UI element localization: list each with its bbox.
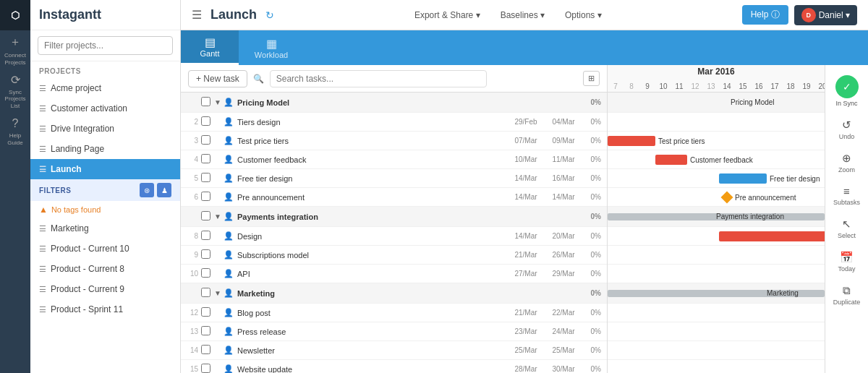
row-checkbox[interactable] [201, 211, 210, 220]
task-pct: 0% [582, 232, 604, 240]
row-number: 9 [184, 251, 201, 259]
person-icon: 👤 [223, 98, 234, 107]
help-label: Help ⓘ [751, 9, 780, 21]
zoom-tool[interactable]: ⊕ Zoom [828, 147, 866, 178]
group-toggle[interactable]: ▼ [213, 212, 223, 222]
tab-gantt[interactable]: ▤ Gantt [181, 30, 239, 65]
task-search-input[interactable] [270, 70, 487, 87]
list-icon: ☰ [39, 84, 46, 93]
row-checkbox-wrapper [201, 211, 213, 222]
sidebar-item-landing[interactable]: ☰ Landing Page [30, 139, 180, 159]
row-number: 14 [184, 346, 201, 354]
list-icon: ☰ [39, 124, 46, 134]
refresh-icon[interactable]: ↻ [265, 9, 274, 21]
sidebar-item-acme[interactable]: ☰ Acme project [30, 78, 180, 98]
group-toggle[interactable]: ▼ [213, 98, 223, 108]
row-checkbox[interactable] [201, 231, 210, 240]
task-start: 14/Mar [507, 193, 545, 201]
sidebar-item-product8[interactable]: ☰ Product - Current 8 [30, 259, 180, 279]
row-checkbox-wrapper [201, 135, 213, 146]
row-checkbox[interactable] [201, 364, 210, 373]
row-checkbox[interactable] [201, 116, 210, 126]
row-number: 12 [184, 309, 201, 317]
gantt-month-label: Mar 2016 [697, 67, 734, 77]
gantt-day: 12 [687, 82, 703, 90]
task-name: Marketing [234, 289, 507, 298]
no-tags-label: No tags found [51, 205, 101, 214]
sidebar-item-customer[interactable]: ☰ Customer activation [30, 98, 180, 119]
sync-projects-btn[interactable]: ⟳ SyncProjectsList [0, 71, 30, 111]
sidebar-item-sprint11[interactable]: ☰ Product - Sprint 11 [30, 299, 180, 320]
gantt-row: Customer feedback [608, 150, 825, 169]
task-name: API [234, 270, 507, 278]
row-checkbox[interactable] [201, 135, 210, 145]
filters-label: FILTERS [39, 186, 71, 194]
row-checkbox[interactable] [201, 307, 210, 317]
task-pct: 0% [582, 137, 604, 145]
person-icon: 👤 [223, 212, 234, 221]
task-list-panel: + New task 🔍 ⊞ ▼ 👤 Pricing Model 0% [181, 65, 608, 373]
sidebar-item-drive[interactable]: ☰ Drive Integration [30, 119, 180, 139]
table-row: 15 👤 Website update 28/Mar 30/Mar 0% [181, 360, 607, 373]
connect-projects-btn[interactable]: ＋ ConnectProjects [0, 30, 30, 71]
sidebar-item-label: Product - Sprint 11 [51, 304, 123, 314]
today-tool[interactable]: 📅 Today [828, 246, 866, 277]
table-row: 12 👤 Blog post 21/Mar 22/Mar 0% [181, 304, 607, 322]
task-start: 21/Mar [507, 251, 545, 259]
table-row: 9 👤 Subscriptions model 21/Mar 26/Mar 0% [181, 246, 607, 265]
user-menu-btn[interactable]: D Daniel ▾ [794, 5, 857, 25]
row-indent [213, 117, 223, 127]
table-row: 10 👤 API 27/Mar 29/Mar 0% [181, 265, 607, 283]
warning-icon: ▲ [39, 205, 48, 215]
row-checkbox-wrapper [201, 154, 213, 165]
row-checkbox[interactable] [201, 173, 210, 182]
undo-icon: ↺ [842, 119, 851, 132]
row-indent [213, 173, 223, 184]
undo-tool[interactable]: ↺ Undo [828, 114, 866, 145]
gantt-row-group: Pricing Model [608, 93, 825, 113]
row-number: 5 [184, 174, 201, 182]
row-checkbox[interactable] [201, 326, 210, 335]
help-guide-btn[interactable]: ? HelpGuide [0, 111, 30, 152]
duplicate-tool[interactable]: ⧉ Duplicate [828, 280, 866, 310]
insync-tool: ✓ In Sync [835, 71, 859, 111]
task-start: 14/Mar [507, 174, 545, 182]
new-task-label: + New task [196, 74, 239, 84]
sidebar-item-product10[interactable]: ☰ Product - Current 10 [30, 239, 180, 259]
row-checkbox[interactable] [201, 192, 210, 201]
row-indent [213, 269, 223, 279]
sidebar-item-product9[interactable]: ☰ Product - Current 9 [30, 279, 180, 299]
row-checkbox-wrapper [201, 288, 213, 299]
export-share-btn[interactable]: Export & Share ▾ [407, 7, 488, 23]
task-pct: 0% [582, 174, 604, 182]
row-checkbox[interactable] [201, 97, 210, 106]
tab-workload[interactable]: ▦ Workload [239, 30, 304, 65]
task-start: 21/Mar [507, 309, 545, 317]
help-guide-label: HelpGuide [7, 132, 22, 146]
row-checkbox[interactable] [201, 288, 210, 297]
row-checkbox[interactable] [201, 154, 210, 163]
help-btn[interactable]: Help ⓘ [742, 5, 788, 25]
new-task-btn[interactable]: + New task [188, 70, 247, 87]
row-number: 13 [184, 327, 201, 335]
filter-tag-btn[interactable]: ⊛ [140, 183, 154, 197]
gantt-day: 15 [735, 82, 751, 90]
hamburger-icon[interactable]: ☰ [192, 8, 202, 22]
group-toggle[interactable]: ▼ [213, 288, 223, 299]
subtasks-tool[interactable]: ≡ Subtasks [828, 181, 866, 210]
sidebar-item-marketing[interactable]: ☰ Marketing [30, 218, 180, 239]
options-btn[interactable]: Options ▾ [558, 7, 609, 23]
select-tool[interactable]: ↖ Select [828, 213, 866, 244]
baselines-btn[interactable]: Baselines ▾ [493, 7, 552, 23]
sidebar-item-label: Product - Current 10 [51, 244, 129, 254]
view-options-btn[interactable]: ⊞ [583, 71, 600, 86]
sidebar-item-launch[interactable]: ☰ Launch [30, 159, 180, 179]
row-checkbox[interactable] [201, 249, 210, 259]
row-checkbox[interactable] [201, 345, 210, 354]
row-checkbox[interactable] [201, 268, 210, 278]
filter-projects-input[interactable] [38, 36, 173, 55]
filter-person-btn[interactable]: ♟ [157, 183, 171, 197]
today-icon: 📅 [840, 251, 854, 264]
gantt-row: Blog post [608, 304, 825, 322]
duplicate-icon: ⧉ [843, 284, 851, 297]
